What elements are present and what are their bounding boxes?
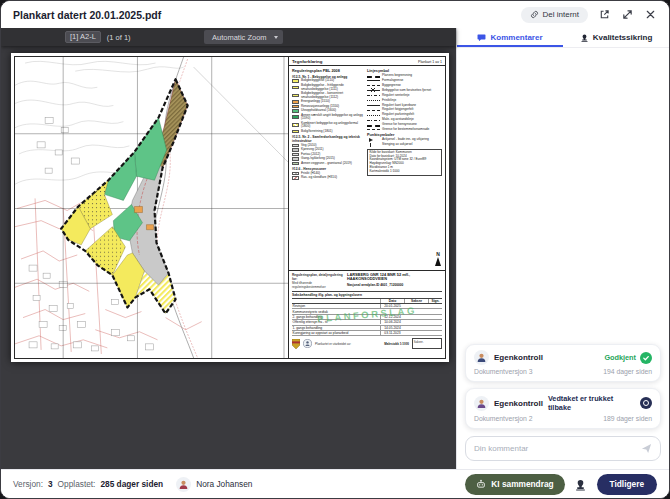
legend-label: Bebyggelse som forutsettes fjernet [382,89,431,93]
external-link-icon [599,9,610,20]
legend-swatch [292,115,299,119]
tab-quality-assurance[interactable]: Kvalitetssikring [563,28,669,47]
review-card-withdrawn[interactable]: Egenkontroll Vedtaket er trukket tilbake… [465,388,661,429]
legend-swatch [292,148,299,152]
plan-sheet-frame: Tegnforklaring Plankart 1 av 1 Regulerin… [14,56,446,359]
stamp-icon [574,478,587,491]
legend-line-item: Frisiktlinje [367,98,442,102]
header-actions: Del internt [521,7,657,23]
north-arrow-icon [435,257,441,266]
line-glyph [367,79,380,83]
legend-swatch [292,105,299,109]
document-version: Dokumentversjon 3 [474,368,533,375]
line-glyph [367,108,380,112]
legend-label: Bolig/forretning (1801) [301,130,333,134]
previous-versions-button[interactable]: Tidligere [597,474,657,495]
legend-label: Regulert senterlinje [382,94,409,98]
case-number-box: Saksnr. [412,338,442,349]
approved-check-icon [640,352,652,364]
consultant-logo [303,339,312,348]
legend-item: Bolig/forretning (1801) [292,130,364,134]
stamp-button[interactable] [573,476,589,492]
legend-column-areas: Reguleringsplan PBL 2008 §12-5. Nr. 1 - … [292,68,364,268]
legend-line-item: Planens begrensning [367,74,442,78]
version-label: Versjon: [13,479,43,489]
tab-qa-label: Kvalitetssikring [593,33,653,42]
fullscreen-button[interactable] [620,8,634,22]
page-number-box[interactable]: [1] A2-L [65,31,101,43]
plan-type-subheading: Med tilhørende reguleringsbestemmelser [292,281,344,289]
right-sidebar: Kommentarer Kvalitetssikring Egenkontrol… [457,28,669,469]
uploader-name: Nora Johansen [196,479,252,489]
legend-swatch [292,79,299,83]
review-age: 189 dager siden [603,415,652,422]
line-glyph [367,123,380,127]
expand-icon [622,9,633,20]
ai-summary-button[interactable]: KI sammendrag [465,474,564,495]
municipality-logo [292,339,300,349]
plan-name: LARSBERG GNR 124 BNR 52 mfl., HAAKONSODD… [347,273,442,282]
legend-column-symbols: Linjesymbol Planens begrensningFormålsgr… [367,68,442,268]
legend-line-list: Planens begrensningFormålsgrenseByggegre… [367,74,442,132]
send-icon[interactable] [641,443,652,454]
legend-point-item: Stenging av avkjørsel [367,143,442,147]
review-status: Vedtaket er trukket tilbake [548,394,652,412]
legend-swatch [292,100,299,104]
comment-icon [477,33,486,42]
comment-input-wrap [465,436,661,461]
tab-comments[interactable]: Kommentarer [457,28,563,47]
ai-summary-label: KI sammendrag [491,479,553,489]
bottom-bar: Versjon: 3 Opplastet: 285 dager siden No… [1,469,669,498]
legend-item: Kombinert bebyggelse og anleggsformål (1… [292,122,364,129]
plan-type-heading: Reguleringsplan, detaljregulering for: [292,273,344,281]
col-date2: Saksnr [404,299,428,303]
map-info-list: Kilde for basiskart: KommunenDato for ba… [370,151,440,174]
app-window: Plankart datert 20.01.2025.pdf Del inter… [0,0,670,499]
legend-label: Annen veggrunn - grøntareal (2019) [301,162,352,166]
review-card-approved[interactable]: Egenkontroll Godkjent Dokumentversjon 3 … [465,344,661,382]
legend-swatch [292,123,299,127]
open-external-button[interactable] [597,8,611,22]
line-glyph [367,94,380,98]
comment-input[interactable] [474,444,641,453]
review-card-title: Egenkontroll [494,353,543,362]
pdf-page[interactable]: Tegnforklaring Plankart 1 av 1 Regulerin… [11,53,449,362]
legend-panel: Tegnforklaring Plankart 1 av 1 Regulerin… [288,57,445,358]
legend-swatch [292,109,299,113]
avatar [474,396,489,411]
uploaded-label: Opplastet: [58,479,96,489]
title-block-header: Reguleringsplan, detaljregulering for: M… [292,273,442,292]
map-info-line: Kartmålestokk 1:1000 [370,170,440,174]
legend-swatch [292,172,299,176]
zoom-select-value: Automatic Zoom [212,33,267,42]
person-icon [178,479,189,490]
person-icon [476,352,487,363]
document-meta: Versjon: 3 Opplastet: 285 dager siden No… [13,477,252,492]
col-sign: Sign. [428,299,442,303]
line-glyph [367,103,380,107]
legend-swatch [292,144,299,148]
tab-comments-label: Kommentarer [490,33,542,42]
review-status: Godkjent [604,352,652,364]
legend-label: Grense for bestemmelsesområde [382,128,429,132]
scale-note: Målestokk 1:1000 [384,342,409,346]
document-version: Dokumentversjon 2 [474,415,533,422]
legend-area-list-3: Frisikt (H140)Ras- og skredfare (H310) [292,172,364,180]
legend-sheet-number: Plankart 1 av 1 [418,60,442,64]
uploaded-value: 285 dager siden [100,479,163,489]
stamp-icon [580,33,589,42]
north-arrow: N [435,251,441,266]
zoom-select[interactable]: Automatic Zoom [204,30,283,44]
share-internal-button[interactable]: Del internt [521,7,588,23]
legend-swatch [292,157,299,161]
close-button[interactable] [643,8,657,22]
legend-line-item: Grense for bestemmelsesområde [367,128,442,132]
line-glyph [367,89,380,93]
page-count-label: (1 of 1) [107,33,131,42]
avatar [474,350,489,365]
map-info-box: Kilde for basiskart: KommunenDato for ba… [367,149,442,176]
legend-item: Ras- og skredfare (H310) [292,176,364,180]
legend-line-item: Formålsgrense [367,79,442,83]
legend-area-list-1: Boligbebyggelse (1110)Boligbebyggelse - … [292,79,364,133]
prepared-by-label: Plankartet er utarbeidet av: [315,342,381,346]
